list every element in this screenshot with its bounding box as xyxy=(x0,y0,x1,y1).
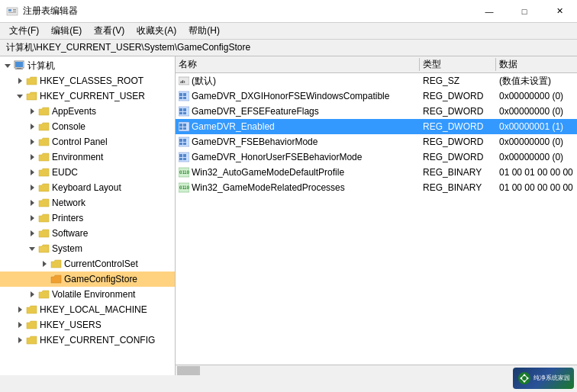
svg-rect-22 xyxy=(183,112,186,114)
tree-item-software[interactable]: Software xyxy=(0,226,175,241)
tree-item-keyboardlayout[interactable]: Keyboard Layout xyxy=(0,180,175,195)
reg-binary-icon: 01 10 xyxy=(179,167,189,178)
toggle-hku[interactable] xyxy=(14,319,26,331)
toggle-environment[interactable] xyxy=(26,151,38,163)
toggle-volatileenv[interactable] xyxy=(26,288,38,300)
svg-rect-30 xyxy=(183,139,186,142)
toggle-console[interactable] xyxy=(26,120,38,133)
tree-item-volatileenv[interactable]: Volatile Environment xyxy=(0,287,175,302)
table-row[interactable]: ab (默认) REG_SZ (数值未设置) xyxy=(176,73,577,88)
folder-icon-software xyxy=(38,228,50,239)
tree-label-computer: 计算机 xyxy=(27,59,55,72)
folder-icon-currentcontrolset xyxy=(50,259,63,269)
tree-item-controlpanel[interactable]: Control Panel xyxy=(0,134,175,149)
svg-rect-1 xyxy=(8,9,11,11)
folder-icon-hkcr xyxy=(26,76,38,86)
svg-rect-19 xyxy=(179,108,182,111)
toggle-software[interactable] xyxy=(26,227,38,239)
app-icon xyxy=(6,5,18,18)
cell-data-row5: 0x00000000 (0) xyxy=(496,149,577,165)
svg-rect-21 xyxy=(179,112,182,114)
table-body[interactable]: ab (默认) REG_SZ (数值未设置) Gam xyxy=(176,73,577,365)
menu-file[interactable]: 文件(F) xyxy=(3,23,45,39)
toggle-computer[interactable] xyxy=(2,59,14,72)
cell-name-default: ab (默认) xyxy=(176,73,420,88)
tree-label-system: System xyxy=(52,243,82,254)
maximize-button[interactable]: □ xyxy=(507,0,542,23)
svg-rect-14 xyxy=(179,93,182,96)
table-row[interactable]: GameDVR_FSEBehaviorMode REG_DWORD 0x0000… xyxy=(176,134,577,149)
reg-dword-icon xyxy=(179,106,189,117)
toggle-hkcr[interactable] xyxy=(14,75,26,87)
toggle-system[interactable] xyxy=(26,243,38,255)
close-button[interactable]: ✕ xyxy=(542,0,577,23)
tree-item-computer[interactable]: 计算机 xyxy=(0,58,175,73)
svg-rect-7 xyxy=(17,68,21,69)
folder-icon-console xyxy=(38,121,50,132)
toggle-hklm[interactable] xyxy=(14,304,26,316)
tree-item-hku[interactable]: HKEY_USERS xyxy=(0,317,175,333)
table-row-selected[interactable]: GameDVR_Enabled REG_DWORD 0x00000001 (1) xyxy=(176,119,577,134)
tree-item-gameconfigstore[interactable]: GameConfigStore xyxy=(0,272,175,287)
menu-view[interactable]: 查看(V) xyxy=(88,23,131,39)
tree-item-network[interactable]: Network xyxy=(0,195,175,210)
toggle-keyboardlayout[interactable] xyxy=(26,182,38,194)
toggle-appevents[interactable] xyxy=(26,105,38,117)
tree-item-hkcr[interactable]: HKEY_CLASSES_ROOT xyxy=(0,73,175,88)
toggle-eudc[interactable] xyxy=(26,166,38,178)
svg-rect-2 xyxy=(13,9,16,10)
table-row[interactable]: GameDVR_HonorUserFSEBehaviorMode REG_DWO… xyxy=(176,149,577,165)
tree-item-printers[interactable]: Printers xyxy=(0,210,175,226)
toggle-currentcontrolset[interactable] xyxy=(38,258,50,270)
tree-label-hkcu: HKEY_CURRENT_USER xyxy=(40,91,145,101)
tree-item-eudc[interactable]: EUDC xyxy=(0,165,175,180)
toggle-network[interactable] xyxy=(26,197,38,209)
svg-rect-34 xyxy=(179,154,182,157)
cell-data-row4: 0x00000000 (0) xyxy=(496,134,577,149)
table-header: 名称 类型 数据 xyxy=(176,56,577,73)
tree-item-system[interactable]: System xyxy=(0,241,175,256)
reg-binary-icon: 01 10 xyxy=(179,182,189,193)
cell-name-row2: GameDVR_EFSEFeatureFlags xyxy=(176,104,420,119)
main-content: 计算机 HKEY_CLASSES_ROOT HKEY_CURRENT_USER xyxy=(0,56,577,375)
table-row[interactable]: GameDVR_EFSEFeatureFlags REG_DWORD 0x000… xyxy=(176,104,577,119)
tree-item-hkcc[interactable]: HKEY_CURRENT_CONFIG xyxy=(0,333,175,348)
menu-edit[interactable]: 编辑(E) xyxy=(45,23,88,39)
tree-label-hkcc: HKEY_CURRENT_CONFIG xyxy=(40,335,155,345)
tree-item-environment[interactable]: Environment xyxy=(0,149,175,165)
tree-item-console[interactable]: Console xyxy=(0,119,175,134)
table-row[interactable]: 01 10 Win32_AutoGameModeDefaultProfile R… xyxy=(176,165,577,180)
tree-item-currentcontrolset[interactable]: CurrentControlSet xyxy=(0,256,175,272)
toggle-hkcc[interactable] xyxy=(14,334,26,346)
cell-data-row1: 0x00000000 (0) xyxy=(496,88,577,104)
toggle-controlpanel[interactable] xyxy=(26,136,38,148)
tree-panel[interactable]: 计算机 HKEY_CLASSES_ROOT HKEY_CURRENT_USER xyxy=(0,56,176,375)
cell-name-row1: GameDVR_DXGIHonorFSEWindowsCompatible xyxy=(176,88,420,104)
minimize-button[interactable]: — xyxy=(472,0,507,23)
menu-favorites[interactable]: 收藏夹(A) xyxy=(131,23,182,39)
cell-type-row7: REG_BINARY xyxy=(420,180,496,195)
tree-label-currentcontrolset: CurrentControlSet xyxy=(64,259,138,269)
hscroll-thumb[interactable] xyxy=(177,366,200,375)
title-controls: — □ ✕ xyxy=(472,0,577,23)
window-title: 注册表编辑器 xyxy=(23,5,78,18)
toggle-printers[interactable] xyxy=(26,212,38,224)
svg-rect-32 xyxy=(183,143,186,145)
watermark-icon xyxy=(517,371,531,385)
tree-item-hklm[interactable]: HKEY_LOCAL_MACHINE xyxy=(0,302,175,317)
tree-label-volatileenv: Volatile Environment xyxy=(52,289,135,300)
menu-help[interactable]: 帮助(H) xyxy=(182,23,226,39)
svg-rect-8 xyxy=(15,69,23,69)
tree-item-hkcu[interactable]: HKEY_CURRENT_USER xyxy=(0,88,175,104)
folder-icon-printers xyxy=(38,213,50,223)
tree-label-hku: HKEY_USERS xyxy=(40,320,102,330)
table-row[interactable]: GameDVR_DXGIHonorFSEWindowsCompatible RE… xyxy=(176,88,577,104)
table-row[interactable]: 01 10 Win32_GameModeRelatedProcesses REG… xyxy=(176,180,577,195)
cell-data-row3: 0x00000001 (1) xyxy=(496,119,577,134)
tree-label-hkcr: HKEY_CLASSES_ROOT xyxy=(40,76,143,86)
cell-name-row4: GameDVR_FSEBehaviorMode xyxy=(176,134,420,149)
toggle-hkcu[interactable] xyxy=(14,90,26,102)
reg-dword-icon xyxy=(179,137,189,147)
folder-icon-keyboardlayout xyxy=(38,182,50,193)
tree-item-appevents[interactable]: AppEvents xyxy=(0,104,175,119)
